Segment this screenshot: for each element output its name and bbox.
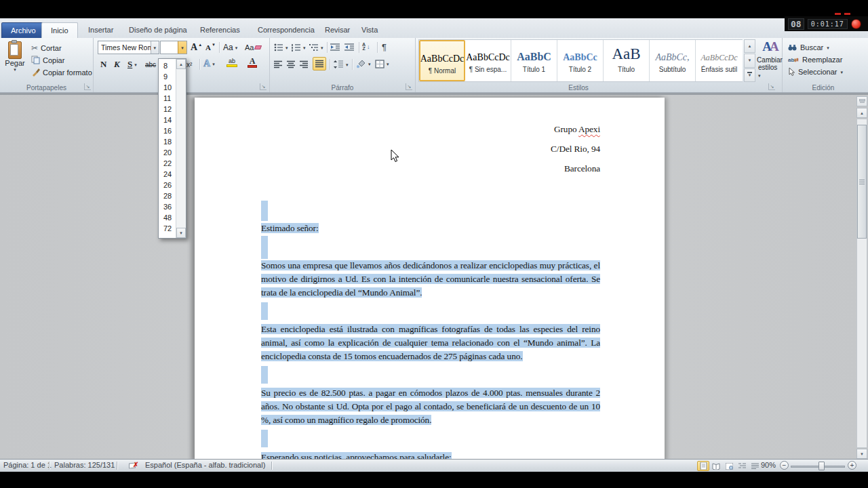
tab-vista[interactable]: Vista: [353, 22, 387, 38]
style-subtitulo[interactable]: AaBbCc, Subtítulo: [650, 40, 696, 81]
font-name-dropdown-button[interactable]: ▾: [151, 41, 159, 54]
gallery-scroll-down-button[interactable]: ▼: [744, 54, 755, 67]
page-count-status[interactable]: Página: 1 de 1: [3, 461, 52, 469]
zoom-level-label[interactable]: 90%: [761, 461, 776, 469]
font-size-option[interactable]: 36: [159, 201, 176, 212]
copy-button[interactable]: Copiar: [31, 54, 64, 66]
tab-correspondencia[interactable]: Correspondencia: [249, 22, 323, 38]
dropdown-scroll-down-button[interactable]: ▼: [176, 228, 186, 238]
tab-insertar[interactable]: Insertar: [79, 22, 122, 38]
shrink-font-button[interactable]: A▼: [205, 41, 216, 54]
draft-view-button[interactable]: [749, 461, 761, 471]
text-highlight-button[interactable]: ab: [223, 58, 241, 70]
align-right-button[interactable]: [300, 58, 309, 70]
scroll-up-button[interactable]: ▲: [856, 108, 867, 118]
justify-button[interactable]: [313, 57, 326, 70]
print-layout-view-button[interactable]: [697, 461, 709, 471]
font-size-dropdown-button[interactable]: ▾: [178, 41, 186, 54]
dialog-launcher-icon[interactable]: ↘: [768, 83, 775, 90]
ruler-toggle-button[interactable]: [856, 96, 867, 106]
outline-view-button[interactable]: [736, 461, 748, 471]
select-button[interactable]: Seleccionar ▾: [788, 66, 843, 77]
style-enfasis-sutil[interactable]: AaBbCcDc Énfasis sutil: [696, 40, 743, 81]
replace-button[interactable]: ab⇄ Reemplazar: [788, 54, 842, 65]
font-size-option[interactable]: 72: [159, 223, 176, 234]
gallery-more-button[interactable]: ▼: [744, 68, 755, 82]
tab-diseno-de-pagina[interactable]: Diseño de página: [120, 22, 196, 38]
web-layout-view-button[interactable]: [723, 461, 735, 471]
bullets-button[interactable]: ▾: [274, 41, 288, 54]
style-titulo-1[interactable]: AaBbC Título 1: [511, 40, 557, 81]
align-center-button[interactable]: [287, 58, 296, 70]
tab-inicio[interactable]: Inicio: [41, 22, 78, 38]
grow-font-button[interactable]: A▲: [191, 41, 202, 54]
zoom-in-button[interactable]: +: [848, 461, 856, 470]
scrollbar-thumb[interactable]: [857, 125, 867, 239]
font-size-option[interactable]: 22: [159, 158, 176, 169]
font-size-option[interactable]: 24: [159, 169, 176, 180]
font-size-option[interactable]: 20: [159, 147, 176, 158]
scroll-down-button[interactable]: ▼: [856, 449, 867, 459]
record-button-icon[interactable]: [851, 19, 861, 29]
document-page[interactable]: Grupo Apexi C/Del Rio, 94 Barcelona Esti…: [195, 98, 665, 459]
find-button[interactable]: Buscar ▾: [788, 42, 829, 53]
numbering-button[interactable]: ▾: [292, 41, 306, 54]
paste-button[interactable]: Pegar ▾: [3, 40, 27, 89]
font-size-option[interactable]: 48: [159, 212, 176, 223]
fullscreen-reading-view-button[interactable]: [710, 461, 722, 471]
increase-indent-button[interactable]: [344, 41, 355, 54]
style-normal[interactable]: AaBbCcDc ¶ Normal: [419, 40, 465, 81]
font-size-option[interactable]: 18: [159, 136, 176, 147]
font-color-button[interactable]: A: [245, 58, 260, 70]
font-size-option[interactable]: 8: [159, 60, 176, 71]
style-titulo[interactable]: AaB Título: [604, 40, 650, 81]
borders-button[interactable]: ▾: [375, 58, 389, 70]
sort-button[interactable]: AZ ↓: [362, 41, 370, 53]
superscript-button[interactable]: x²: [186, 58, 192, 70]
style-sin-espaciado[interactable]: AaBbCcDc ¶ Sin espa...: [465, 40, 511, 81]
clear-formatting-icon: Aa: [245, 43, 254, 52]
text-effects-button[interactable]: A ▾: [203, 58, 215, 70]
font-size-option[interactable]: 16: [159, 125, 176, 136]
font-size-option[interactable]: 10: [159, 82, 176, 93]
bold-button[interactable]: N: [100, 58, 106, 70]
change-styles-button[interactable]: AA Cambiar estilos ▾: [758, 39, 781, 88]
tab-referencias[interactable]: Referencias: [191, 22, 249, 38]
proofing-errors-icon[interactable]: ✗: [129, 461, 139, 470]
change-case-button[interactable]: Aa ▾: [223, 41, 237, 54]
word-count-status[interactable]: Palabras: 125/131: [54, 461, 115, 469]
underline-button[interactable]: S ▾: [127, 58, 137, 70]
zoom-slider-handle[interactable]: [818, 462, 825, 470]
dialog-launcher-icon[interactable]: ↘: [84, 83, 91, 90]
show-marks-button[interactable]: ¶: [382, 41, 387, 53]
language-status[interactable]: Español (España - alfab. tradicional): [145, 461, 265, 469]
italic-button[interactable]: K: [114, 58, 120, 70]
dialog-launcher-icon[interactable]: ↘: [260, 83, 267, 90]
shading-button[interactable]: ▾: [356, 58, 371, 70]
font-size-option[interactable]: 11: [159, 93, 176, 104]
font-size-option[interactable]: 28: [159, 190, 176, 201]
dropdown-scroll-up-button[interactable]: ▲: [176, 59, 186, 69]
font-name-combo[interactable]: Times New Rom ▾: [98, 41, 159, 54]
font-size-option[interactable]: 9: [159, 71, 176, 82]
decrease-indent-button[interactable]: [330, 41, 340, 54]
multilevel-list-button[interactable]: ▾: [309, 41, 323, 54]
format-painter-button[interactable]: Copiar formato: [31, 66, 92, 78]
cut-button[interactable]: ✂ Cortar: [31, 42, 62, 54]
scrollbar-track[interactable]: [856, 119, 867, 448]
tab-archivo[interactable]: Archivo: [1, 22, 45, 38]
font-size-option[interactable]: 12: [159, 104, 176, 115]
zoom-slider-track[interactable]: [791, 466, 845, 468]
font-size-option[interactable]: 26: [159, 180, 176, 190]
line-spacing-button[interactable]: ▾: [334, 58, 349, 70]
align-left-button[interactable]: [274, 58, 283, 70]
gallery-scroll-up-button[interactable]: ▲: [744, 39, 755, 53]
style-titulo-2[interactable]: AaBbCc Título 2: [557, 40, 604, 81]
strikethrough-button[interactable]: abc: [145, 58, 156, 70]
font-size-combo[interactable]: ▾: [160, 41, 187, 54]
font-size-option[interactable]: 14: [159, 115, 176, 125]
dialog-launcher-icon[interactable]: ↘: [406, 83, 412, 90]
clear-formatting-button[interactable]: Aa: [245, 41, 261, 54]
zoom-out-button[interactable]: −: [780, 461, 789, 470]
letter-paragraph-1: Somos una empresa que llevamos años dedi…: [261, 259, 600, 300]
